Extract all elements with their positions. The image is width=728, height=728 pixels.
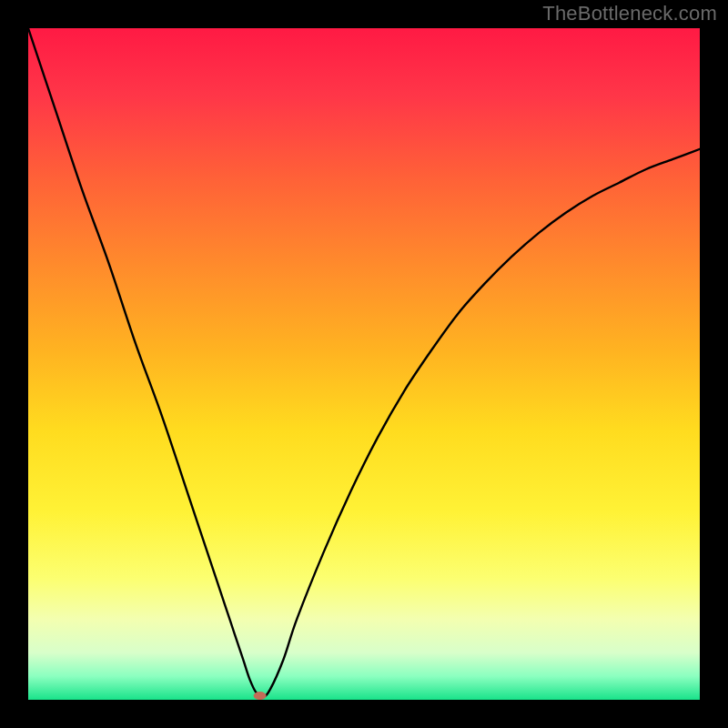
gradient-background — [28, 28, 700, 700]
plot-area — [28, 28, 700, 700]
attribution-label: TheBottleneck.com — [542, 2, 717, 25]
chart-svg — [28, 28, 700, 700]
chart-frame: TheBottleneck.com — [0, 0, 728, 728]
optimal-point-marker — [254, 692, 267, 700]
